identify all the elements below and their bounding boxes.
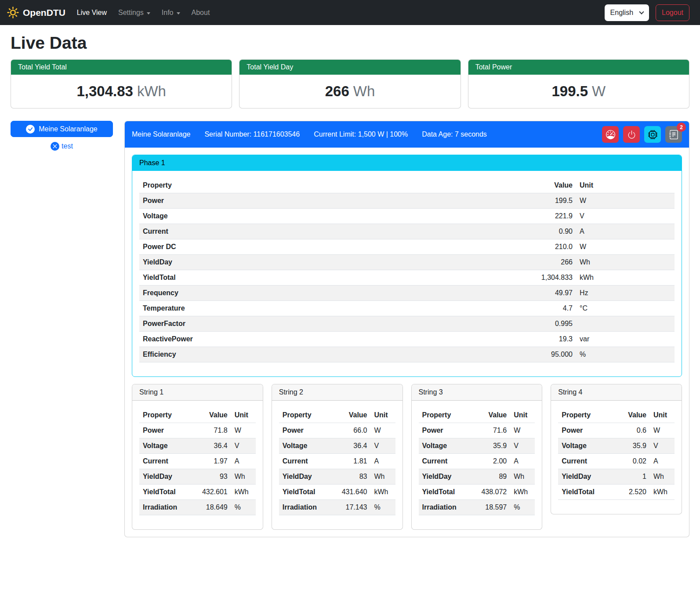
property-unit: Hz — [576, 286, 675, 301]
language-select[interactable]: English — [605, 4, 649, 21]
property-unit: Wh — [371, 469, 395, 485]
event-log-button[interactable]: 2 — [665, 126, 682, 143]
table-row: YieldTotal438.072kWh — [419, 485, 535, 500]
property-label: ReactivePower — [139, 332, 523, 347]
nav-item-info[interactable]: Info — [162, 9, 180, 17]
limit-settings-button[interactable] — [602, 126, 619, 143]
property-label: Current — [279, 454, 330, 469]
property-value: 66.0 — [330, 423, 371, 438]
property-value: 0.6 — [609, 423, 650, 438]
chevron-down-icon — [177, 12, 180, 14]
property-unit: % — [510, 500, 535, 515]
property-label: YieldDay — [139, 469, 191, 485]
summary-card-unit: kWh — [137, 83, 166, 99]
property-value: 1.97 — [191, 454, 231, 469]
property-label: Irradiation — [279, 500, 330, 515]
property-value: 432.601 — [191, 485, 231, 500]
property-value: 18.597 — [470, 500, 510, 515]
speedometer-icon — [606, 130, 615, 139]
sun-logo-icon — [7, 7, 19, 18]
property-unit: kWh — [650, 485, 675, 500]
string-card: String 3PropertyValueUnitPower71.6WVolta… — [411, 384, 543, 530]
summary-card-value: 266 — [325, 83, 349, 99]
summary-card-title: Total Yield Total — [11, 60, 232, 75]
property-label: Power — [419, 423, 470, 438]
string-card: String 1PropertyValueUnitPower71.8WVolta… — [132, 384, 263, 530]
property-label: YieldDay — [419, 469, 470, 485]
summary-card-value: 199.5 — [551, 83, 588, 99]
property-value: 4.7 — [523, 301, 576, 316]
property-label: Power — [279, 423, 330, 438]
property-label: YieldDay — [139, 255, 523, 270]
column-header-property: Property — [419, 408, 470, 423]
nav-item-settings[interactable]: Settings — [118, 9, 150, 17]
property-label: Current — [558, 454, 609, 469]
property-value: 89 — [470, 469, 510, 485]
string-data-table: PropertyValueUnitPower66.0WVoltage36.4VC… — [279, 408, 395, 515]
nav-item-label: Live View — [77, 9, 107, 17]
inverter-select-button[interactable]: Meine Solaranlage — [11, 121, 113, 137]
inverter-alt-label[interactable]: test — [62, 142, 73, 150]
property-label: Voltage — [139, 209, 523, 224]
property-unit: Wh — [650, 469, 675, 485]
property-unit: A — [576, 224, 675, 239]
inverter-serial: Serial Number: 116171603546 — [204, 130, 300, 138]
table-row: YieldDay89Wh — [419, 469, 535, 485]
table-row: Power66.0W — [279, 423, 395, 438]
property-value: 49.97 — [523, 286, 576, 301]
string-data-table: PropertyValueUnitPower0.6WVoltage35.9VCu… — [558, 408, 675, 500]
live-data-page: Live Data Total Yield Total 1,304.83kWh … — [0, 33, 700, 543]
nav-item-about[interactable]: About — [192, 9, 210, 17]
property-unit: % — [576, 347, 675, 362]
inverter-card-header: Meine Solaranlage Serial Number: 1161716… — [125, 121, 689, 148]
property-unit: A — [371, 454, 395, 469]
event-count-badge: 2 — [677, 123, 686, 132]
column-header-unit: Unit — [576, 178, 675, 193]
device-info-button[interactable] — [644, 126, 661, 143]
summary-card-title: Total Yield Day — [239, 60, 460, 75]
table-row: Irradiation17.143% — [279, 500, 395, 515]
nav-item-live-view[interactable]: Live View — [77, 9, 107, 17]
brand[interactable]: OpenDTU — [7, 7, 65, 18]
property-unit: Wh — [510, 469, 535, 485]
property-value: 95.000 — [523, 347, 576, 362]
phase-card-title: Phase 1 — [132, 155, 682, 171]
navbar: OpenDTU Live View Settings Info About En… — [0, 0, 700, 25]
table-row: Voltage36.4V — [279, 438, 395, 454]
column-header-value: Value — [523, 178, 576, 193]
table-row: YieldTotal432.601kWh — [139, 485, 256, 500]
inverter-alt-item[interactable]: test — [11, 142, 113, 151]
table-row: YieldDay83Wh — [279, 469, 395, 485]
navbar-right: English Logout — [605, 4, 689, 21]
property-unit: A — [231, 454, 256, 469]
property-unit: Wh — [576, 255, 675, 270]
strings-row: String 1PropertyValueUnitPower71.8WVolta… — [132, 384, 682, 530]
nav-item-label: About — [192, 9, 210, 17]
property-value: 71.6 — [470, 423, 510, 438]
property-value: 1,304.833 — [523, 270, 576, 286]
property-value: 36.4 — [330, 438, 371, 454]
table-row: Current2.00A — [419, 454, 535, 469]
property-label: Current — [419, 454, 470, 469]
power-toggle-button[interactable] — [623, 126, 640, 143]
table-row: Voltage35.9V — [558, 438, 675, 454]
brand-label: OpenDTU — [23, 7, 65, 18]
logout-button[interactable]: Logout — [656, 4, 689, 21]
string-card-title: String 1 — [132, 384, 263, 401]
property-label: Irradiation — [419, 500, 470, 515]
column-header-unit: Unit — [510, 408, 535, 423]
summary-card-value: 1,304.83 — [76, 83, 133, 99]
summary-card-total-yield-day: Total Yield Day 266Wh — [239, 59, 461, 109]
table-row: Power71.8W — [139, 423, 256, 438]
property-value: 431.640 — [330, 485, 371, 500]
table-row: Voltage221.9V — [139, 209, 675, 224]
property-unit: W — [576, 239, 675, 255]
table-row: Power71.6W — [419, 423, 535, 438]
property-unit: °C — [576, 301, 675, 316]
property-unit: W — [510, 423, 535, 438]
table-row: Current0.90A — [139, 224, 675, 239]
nav-item-label: Info — [162, 9, 174, 17]
table-row: YieldDay93Wh — [139, 469, 256, 485]
chevron-down-icon — [147, 12, 150, 14]
property-label: YieldTotal — [279, 485, 330, 500]
